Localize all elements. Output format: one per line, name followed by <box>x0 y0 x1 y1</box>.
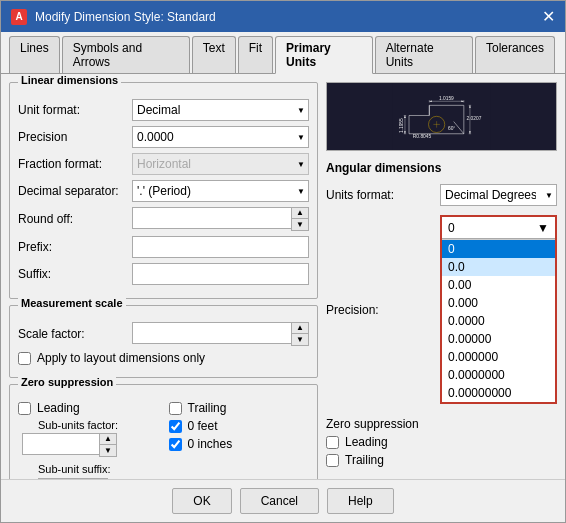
scale-factor-row: Scale factor: 1.0000 ▲ ▼ <box>18 322 309 346</box>
angular-precision-dropdown: 0 ▼ 0 0.0 0.00 0.000 0.0000 0.00000 <box>440 215 557 404</box>
inches-label: 0 inches <box>188 437 233 451</box>
angular-leading-checkbox[interactable] <box>326 436 339 449</box>
zero-suppression-right-col: Trailing 0 feet 0 inches <box>169 401 310 479</box>
cancel-button[interactable]: Cancel <box>240 488 319 514</box>
tab-text[interactable]: Text <box>192 36 236 73</box>
fraction-format-select[interactable]: Horizontal <box>132 153 309 175</box>
apply-layout-checkbox[interactable] <box>18 352 31 365</box>
fraction-format-row: Fraction format: Horizontal <box>18 153 309 175</box>
linear-dimensions-group: Linear dimensions Unit format: Decimal P… <box>9 82 318 299</box>
app-icon: A <box>11 9 27 25</box>
apply-layout-row: Apply to layout dimensions only <box>18 351 309 365</box>
dim-radius-value: R0.8045 <box>413 134 432 139</box>
trailing-checkbox[interactable] <box>169 402 182 415</box>
leading-checkbox[interactable] <box>18 402 31 415</box>
round-off-row: Round off: 0.0000 ▲ ▼ <box>18 207 309 231</box>
round-off-down-button[interactable]: ▼ <box>292 219 308 230</box>
sub-unit-factor-row: Sub-units factor: 100.0000 ▲ ▼ <box>22 419 159 457</box>
angular-precision-selected[interactable]: 0 ▼ <box>442 217 555 239</box>
sub-unit-suffix-label: Sub-unit suffix: <box>38 463 111 475</box>
feet-row: 0 feet <box>169 419 310 433</box>
close-button[interactable]: ✕ <box>542 7 555 26</box>
suffix-input[interactable] <box>132 263 309 285</box>
leading-row: Leading <box>18 401 159 415</box>
dropdown-item-7[interactable]: 0.0000000 <box>442 366 555 384</box>
sub-unit-factor-up-button[interactable]: ▲ <box>100 434 116 445</box>
dim-angle-value: 60° <box>448 126 455 131</box>
title-bar: A Modify Dimension Style: Standard ✕ <box>1 1 565 32</box>
inches-row: 0 inches <box>169 437 310 451</box>
round-off-input[interactable]: 0.0000 <box>132 207 291 229</box>
angular-precision-dropdown-container: 0 ▼ 0 0.0 0.00 0.000 0.0000 0.00000 <box>440 215 557 404</box>
sub-unit-factor-down-button[interactable]: ▼ <box>100 445 116 456</box>
scale-factor-spinner: 1.0000 ▲ ▼ <box>132 322 309 346</box>
decimal-separator-label: Decimal separator: <box>18 184 128 198</box>
feet-checkbox[interactable] <box>169 420 182 433</box>
sub-unit-suffix-input[interactable] <box>38 478 108 479</box>
trailing-label: Trailing <box>188 401 227 415</box>
angular-dimensions-section: Angular dimensions Units format: Decimal… <box>326 161 557 471</box>
scale-factor-spinner-buttons: ▲ ▼ <box>291 322 309 346</box>
angular-trailing-checkbox[interactable] <box>326 454 339 467</box>
angular-units-format-label: Units format: <box>326 188 436 202</box>
angular-zero-suppression-area: Zero suppression Leading Trailing <box>326 417 557 471</box>
help-button[interactable]: Help <box>327 488 394 514</box>
left-panel: Linear dimensions Unit format: Decimal P… <box>9 82 318 471</box>
dropdown-item-1[interactable]: 0.0 <box>442 258 555 276</box>
sub-unit-factor-spinner: 100.0000 ▲ ▼ <box>22 433 117 457</box>
ok-button[interactable]: OK <box>172 488 231 514</box>
angular-zero-suppression-col: Zero suppression Leading Trailing <box>326 417 419 471</box>
dropdown-item-5[interactable]: 0.00000 <box>442 330 555 348</box>
inches-checkbox[interactable] <box>169 438 182 451</box>
round-off-label: Round off: <box>18 212 128 226</box>
tab-bar: Lines Symbols and Arrows Text Fit Primar… <box>1 32 565 74</box>
scale-factor-up-button[interactable]: ▲ <box>292 323 308 334</box>
decimal-separator-select-wrapper: '.' (Period) <box>132 180 309 202</box>
precision-label: Precision <box>18 130 128 144</box>
decimal-separator-select[interactable]: '.' (Period) <box>132 180 309 202</box>
round-off-up-button[interactable]: ▲ <box>292 208 308 219</box>
zero-suppression-content: Leading Sub-units factor: 100.0000 ▲ ▼ <box>18 401 309 479</box>
feet-label: 0 feet <box>188 419 218 433</box>
dropdown-item-2[interactable]: 0.00 <box>442 276 555 294</box>
angular-precision-dropdown-arrow: ▼ <box>537 221 549 235</box>
unit-format-row: Unit format: Decimal <box>18 99 309 121</box>
dropdown-item-6[interactable]: 0.000000 <box>442 348 555 366</box>
angular-units-format-select[interactable]: Decimal Degrees <box>440 184 557 206</box>
tab-symbols[interactable]: Symbols and Arrows <box>62 36 190 73</box>
unit-format-select[interactable]: Decimal <box>132 99 309 121</box>
dropdown-item-8[interactable]: 0.00000000 <box>442 384 555 402</box>
sub-unit-factor-label: Sub-units factor: <box>38 419 118 431</box>
tab-fit[interactable]: Fit <box>238 36 273 73</box>
trailing-row: Trailing <box>169 401 310 415</box>
round-off-spinner-buttons: ▲ ▼ <box>291 207 309 231</box>
angular-zero-suppression-label: Zero suppression <box>326 417 419 431</box>
sub-unit-factor-spinner-buttons: ▲ ▼ <box>99 433 117 457</box>
angular-trailing-label: Trailing <box>345 453 384 467</box>
angular-precision-list: 0 0.0 0.00 0.000 0.0000 0.00000 0.000000… <box>442 239 555 402</box>
scale-factor-input[interactable]: 1.0000 <box>132 322 291 344</box>
tab-lines[interactable]: Lines <box>9 36 60 73</box>
tab-primary-units[interactable]: Primary Units <box>275 36 373 74</box>
fraction-format-select-wrapper: Horizontal <box>132 153 309 175</box>
dropdown-item-0[interactable]: 0 <box>442 240 555 258</box>
prefix-input[interactable] <box>132 236 309 258</box>
dropdown-item-4[interactable]: 0.0000 <box>442 312 555 330</box>
scale-factor-label: Scale factor: <box>18 327 128 341</box>
leading-label: Leading <box>37 401 80 415</box>
angular-units-format-select-wrapper: Decimal Degrees <box>440 184 557 206</box>
measurement-scale-label: Measurement scale <box>18 297 126 309</box>
tab-tolerances[interactable]: Tolerances <box>475 36 555 73</box>
angular-precision-label: Precision: <box>326 303 436 317</box>
linear-dimensions-label: Linear dimensions <box>18 74 121 86</box>
angular-dimensions-title: Angular dimensions <box>326 161 557 175</box>
right-panel: 1.0159 1.1955 2 <box>326 82 557 471</box>
dropdown-item-3[interactable]: 0.000 <box>442 294 555 312</box>
zero-suppression-left-col: Leading Sub-units factor: 100.0000 ▲ ▼ <box>18 401 159 479</box>
sub-unit-factor-input[interactable]: 100.0000 <box>22 433 99 455</box>
precision-select[interactable]: 0.0000 <box>132 126 309 148</box>
scale-factor-down-button[interactable]: ▼ <box>292 334 308 345</box>
dim-left-value: 1.1955 <box>399 118 404 133</box>
angular-precision-selected-value: 0 <box>448 221 455 235</box>
tab-alternate-units[interactable]: Alternate Units <box>375 36 473 73</box>
